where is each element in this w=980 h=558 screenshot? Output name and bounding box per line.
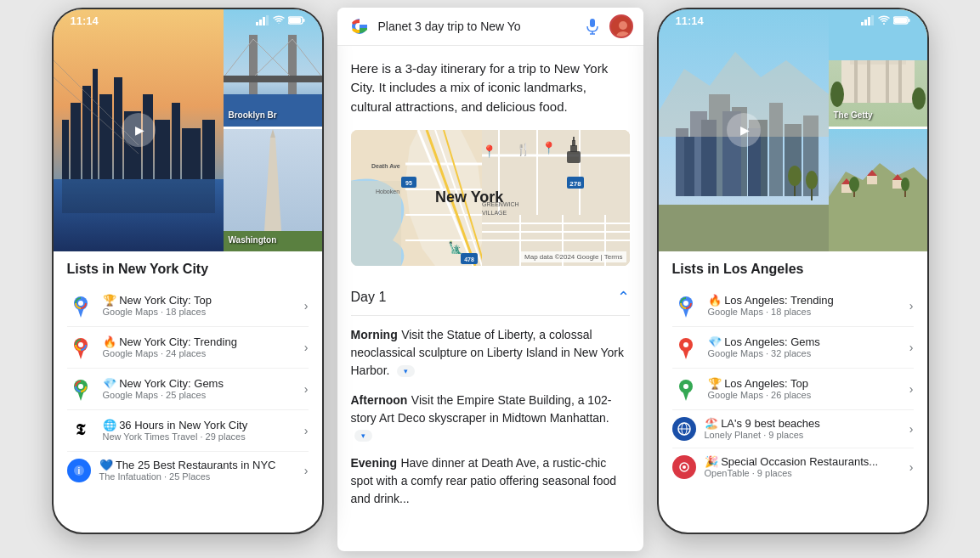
list-item-la-5[interactable]: 🎉 Special Occasion Restaurants... OpenTa… [672,448,914,486]
list-name-3: 💎 New York City: Gems [103,377,304,390]
svg-rect-131 [886,60,889,103]
svg-rect-1 [259,20,262,25]
list-info-1: 🏆 New York City: Top Google Maps · 18 pl… [103,294,304,317]
list-info-la-2: 💎 Los Angeles: Gems Google Maps · 32 pla… [708,335,909,358]
signal-icon [256,15,269,25]
svg-marker-152 [683,349,689,359]
list-name-la-1: 🔥 Los Angeles: Trending [708,294,909,307]
result-content: Here is a 3-day itinerary for a trip to … [337,46,643,534]
svg-point-150 [683,301,688,306]
list-info-3: 💎 New York City: Gems Google Maps · 25 p… [103,377,304,400]
svg-point-153 [683,342,688,347]
map-container[interactable]: Death Ave Hoboken GREENWICH VILLAGE 278 … [351,130,630,266]
list-info-5: 💙 The 25 Best Restaurants in NYC The Inf… [99,459,304,482]
brooklyn-bridge-label: Brooklyn Br [229,110,277,120]
list-item[interactable]: 🏆 New York City: Top Google Maps · 18 pl… [67,285,309,327]
left-status-bar: 11:14 [54,9,322,29]
svg-rect-99 [864,20,867,25]
right-phone: 11:14 [657,8,929,534]
left-lists-title: Lists in New York City [67,262,309,277]
middle-panel: Planet 3 day trip to New Yo [337,8,643,551]
list-meta-4: New York Times Travel · 29 places [103,431,304,442]
afternoon-item: Afternoon Visit the Empire State Buildin… [351,392,630,442]
mic-icon[interactable] [582,16,603,37]
right-lists-title: Lists in Los Angeles [672,262,914,277]
right-play-button[interactable] [727,113,761,147]
list-meta-1: Google Maps · 18 places [103,307,304,317]
svg-point-122 [806,171,818,189]
right-status-icons [861,15,910,25]
list-meta-5: The Infatuation · 25 Places [99,471,304,482]
list-info-2: 🔥 New York City: Trending Google Maps · … [103,335,304,358]
list-info-la-5: 🎉 Special Occasion Restaurants... OpenTa… [705,455,909,478]
signal-icon-right [861,15,875,25]
svg-rect-104 [894,18,907,23]
morning-item: Morning Visit the Statue of Liberty, a c… [351,326,630,380]
svg-rect-6 [303,19,304,22]
list-item[interactable]: 𝕿 🌐 36 Hours in New York City New York T… [67,410,309,452]
svg-rect-0 [256,22,258,25]
expand-icon: ⌃ [617,288,630,307]
afternoon-expand[interactable] [354,430,372,442]
svg-rect-5 [289,18,301,23]
svg-rect-3 [266,15,269,25]
svg-rect-98 [861,22,864,25]
list-item[interactable]: 🔥 New York City: Trending Google Maps · … [67,327,309,369]
right-lists-section: Lists in Los Angeles 🔥 Los Angeles: Tren… [659,251,927,496]
svg-rect-23 [62,179,215,213]
list-name-5: 💙 The 25 Best Restaurants in NYC [99,459,304,471]
svg-rect-13 [99,94,112,179]
svg-point-161 [683,465,686,469]
list-item[interactable]: 💎 New York City: Gems Google Maps · 25 p… [67,369,309,410]
chevron-la-2: › [909,341,914,354]
day1-header[interactable]: Day 1 ⌃ [351,279,630,316]
day1-label: Day 1 [351,290,387,305]
svg-marker-155 [683,391,689,401]
left-play-button[interactable] [122,113,156,147]
left-hero-side: Brooklyn Br [224,9,322,251]
list-meta-2: Google Maps · 24 places [103,348,304,358]
svg-rect-26 [288,35,297,103]
svg-rect-31 [224,76,322,82]
list-meta-la-2: Google Maps · 32 places [708,348,909,358]
svg-point-102 [883,23,885,25]
svg-rect-96 [573,137,575,141]
list-item-la-1[interactable]: 🔥 Los Angeles: Trending Google Maps · 18… [672,285,914,327]
svg-point-40 [78,301,83,306]
lonelyplanet-icon [672,417,696,441]
svg-rect-100 [868,17,870,25]
getty-label: The Getty [834,110,873,120]
svg-rect-51 [590,19,595,27]
svg-point-145 [849,177,859,192]
list-name-4: 🌐 36 Hours in New York City [103,419,304,431]
svg-point-46 [78,384,83,389]
list-item-la-3[interactable]: 🏆 Los Angeles: Top Google Maps · 26 plac… [672,369,914,410]
svg-text:478: 478 [464,256,474,262]
left-hero-main [54,9,224,251]
svg-text:🍴: 🍴 [516,143,531,157]
left-hero-images: Brooklyn Br [54,9,322,251]
list-item-la-2[interactable]: 💎 Los Angeles: Gems Google Maps · 32 pla… [672,327,914,369]
right-status-bar: 11:14 [659,9,927,29]
list-item-la-4[interactable]: 🏖️ LA's 9 best beaches Lonely Planet · 9… [672,410,914,448]
right-hero-main [659,9,829,251]
list-meta-la-5: OpenTable · 9 places [705,468,909,478]
list-info-la-3: 🏆 Los Angeles: Top Google Maps · 26 plac… [708,377,909,400]
svg-rect-126 [841,60,915,103]
list-meta-la-3: Google Maps · 26 places [708,390,909,400]
svg-rect-17 [155,120,170,179]
svg-rect-130 [867,60,870,103]
svg-rect-12 [93,69,98,179]
svg-text:278: 278 [569,180,581,188]
user-avatar[interactable] [609,14,633,38]
chevron-icon-5: › [304,464,309,477]
svg-rect-11 [82,86,91,179]
right-hero-side: The Getty [829,9,927,251]
washington-label: Washington [229,235,277,245]
svg-rect-95 [572,140,575,146]
morning-expand[interactable] [397,365,415,377]
list-item[interactable]: i 💙 The 25 Best Restaurants in NYC The I… [67,452,309,489]
search-query[interactable]: Planet 3 day trip to New Yo [378,20,575,33]
list-meta-3: Google Maps · 25 places [103,390,304,400]
svg-rect-93 [567,151,581,163]
